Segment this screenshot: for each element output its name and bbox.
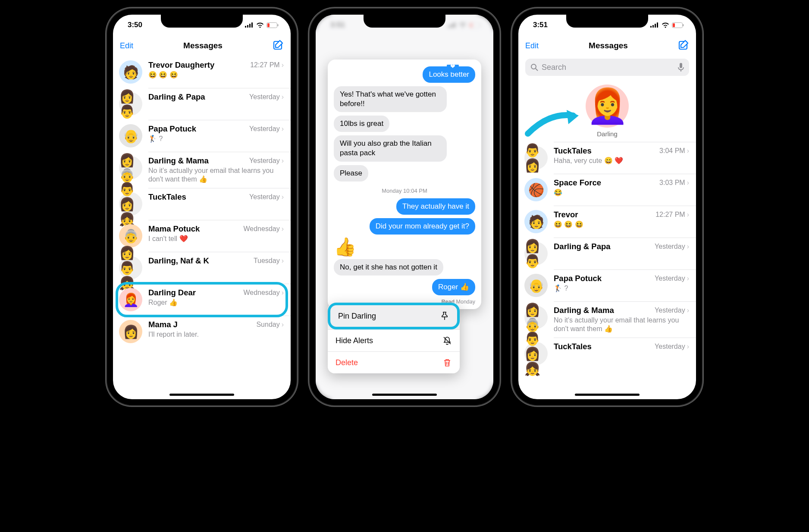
svg-rect-15 xyxy=(650,26,652,28)
home-indicator[interactable] xyxy=(575,394,640,396)
contact-name: TuckTales xyxy=(554,342,592,351)
conversation-row[interactable]: 🏀 Space Force3:03 PM›😂 xyxy=(518,174,696,206)
row-time: Yesterday› xyxy=(249,125,284,133)
message-preview: 😂 xyxy=(554,188,689,197)
avatar: 👩👨 xyxy=(524,242,548,265)
row-time: Yesterday› xyxy=(655,243,689,250)
message-preview: 🏌️ ? xyxy=(148,135,284,143)
avatar: 👩👵 xyxy=(119,156,142,179)
contact-name: Darling & Papa xyxy=(148,92,205,102)
received-bubble: Yes! That's what we've gotten before!! xyxy=(334,86,447,112)
avatar: 👩👵 xyxy=(524,306,548,329)
row-time: Yesterday› xyxy=(249,157,284,165)
conversation-row[interactable]: 🧑 Trevor Daugherty12:27 PM› 😆 😆 😆 xyxy=(113,56,291,88)
status-time: 3:50 xyxy=(128,21,142,29)
compose-button[interactable] xyxy=(273,39,284,52)
sent-bubble: Roger 👍 xyxy=(432,279,475,295)
contact-name: Mama Potuck xyxy=(148,224,200,234)
edit-button[interactable]: Edit xyxy=(120,41,133,50)
row-time: Yesterday› xyxy=(655,307,689,314)
bell-slash-icon xyxy=(442,336,452,345)
row-time: Yesterday› xyxy=(655,343,689,350)
row-time: Tuesday› xyxy=(254,257,284,265)
contact-name: Papa Potuck xyxy=(554,274,602,283)
row-time: Wednesday› xyxy=(243,225,284,233)
home-indicator[interactable] xyxy=(372,394,437,396)
conversation-row[interactable]: 👨👩👧 TuckTalesYesterday› xyxy=(113,188,291,220)
notch xyxy=(566,15,648,28)
menu-label: Delete xyxy=(336,358,358,367)
message-preview: No it's actually your email that learns … xyxy=(554,316,689,333)
chevron-right-icon: › xyxy=(282,61,284,69)
conversation-preview[interactable]: Looks better ❤ Yes! That's what we've go… xyxy=(328,59,481,309)
status-time: 3:51 xyxy=(533,21,548,29)
status-icons xyxy=(245,22,279,28)
contact-name: Darling & Papa xyxy=(554,242,611,251)
svg-rect-2 xyxy=(249,24,251,28)
battery-low-icon xyxy=(672,22,684,28)
delete-conversation-button[interactable]: Delete xyxy=(328,351,460,373)
phone-center: 3:51 Looks better ❤ Yes! That's what we'… xyxy=(310,9,499,405)
sent-bubble: Did your mom already get it? xyxy=(370,218,475,235)
message-preview: Roger 👍 xyxy=(148,298,284,307)
conversation-row[interactable]: 👨👩👧 TuckTalesYesterday› xyxy=(518,338,696,369)
avatar: 🧑 xyxy=(119,60,142,84)
conversations-list[interactable]: 👨👩 TuckTales3:04 PM›Haha, very cute 😄 ❤️… xyxy=(518,142,696,369)
contact-name: Darling, Naf & K xyxy=(148,256,209,266)
trash-icon xyxy=(442,358,452,367)
received-bubble: 10lbs is great xyxy=(334,116,389,132)
contact-name: Darling & Mama xyxy=(148,156,209,166)
svg-rect-6 xyxy=(278,24,279,26)
pin-conversation-button[interactable]: Pin Darling xyxy=(328,303,460,329)
contact-name: Space Force xyxy=(554,178,601,188)
conversation-row[interactable]: 👩👨 Darling & PapaYesterday› xyxy=(113,88,291,120)
contact-name: TuckTales xyxy=(148,192,186,202)
compose-button[interactable] xyxy=(678,39,689,52)
conversation-row[interactable]: 👨👩 TuckTales3:04 PM›Haha, very cute 😄 ❤️ xyxy=(518,142,696,174)
notch xyxy=(364,15,445,28)
conversation-row[interactable]: 👴 Papa PotuckYesterday›🏌️ ? xyxy=(518,269,696,301)
search-input[interactable]: Search xyxy=(525,59,689,76)
sent-bubble: They actually have it xyxy=(396,198,475,215)
contact-name: Darling Dear xyxy=(148,288,196,297)
conversation-row[interactable]: 👩‍🦰 Darling DearWednesday› Roger 👍 xyxy=(113,284,291,316)
received-bubble: Please xyxy=(334,165,368,182)
hide-alerts-button[interactable]: Hide Alerts xyxy=(328,329,460,351)
edit-button[interactable]: Edit xyxy=(525,41,539,50)
pinned-avatar[interactable]: 👩‍🦰 xyxy=(586,84,629,128)
received-bubble: No, get it she has not gotten it xyxy=(334,259,443,275)
conversations-list[interactable]: 🧑 Trevor Daugherty12:27 PM› 😆 😆 😆 👩👨 Dar… xyxy=(113,56,291,347)
page-title: Messages xyxy=(183,41,223,50)
avatar: 👩👨 xyxy=(119,92,142,116)
row-time: 12:27 PM› xyxy=(655,211,689,219)
received-bubble: Will you also grab the Italian pasta pac… xyxy=(334,135,447,161)
signal-icon xyxy=(650,22,659,28)
conversation-row[interactable]: 👩👨👧 Darling, Naf & KTuesday› xyxy=(113,252,291,284)
row-time: 12:27 PM› xyxy=(250,61,284,69)
avatar: 👨👩 xyxy=(524,146,548,169)
conversation-row[interactable]: 🧑 Trevor12:27 PM›😆 😆 😆 xyxy=(518,206,696,238)
pinned-label: Darling xyxy=(597,130,618,138)
row-time: Sunday› xyxy=(256,321,284,329)
contact-name: Mama J xyxy=(148,320,178,329)
svg-rect-3 xyxy=(251,22,253,28)
avatar: 👴 xyxy=(524,274,548,297)
page-title: Messages xyxy=(589,41,628,50)
phone-right: 3:51 Edit Messages Search 👩‍🦰 xyxy=(512,9,702,405)
signal-icon xyxy=(245,22,254,28)
search-icon xyxy=(530,63,538,71)
conversation-row[interactable]: 👩 Mama JSunday› I'll report in later. xyxy=(113,316,291,347)
message-preview: Haha, very cute 😄 ❤️ xyxy=(554,156,689,165)
avatar: 👩‍🦰 xyxy=(119,288,142,311)
avatar: 👨👩👧 xyxy=(119,192,142,216)
tutorial-arrow-icon xyxy=(524,108,584,138)
message-preview: 😆 😆 😆 xyxy=(148,71,284,79)
conversation-row[interactable]: 👩👨 Darling & PapaYesterday› xyxy=(518,238,696,269)
nav-bar: Edit Messages xyxy=(113,35,291,56)
message-preview: I can't tell ❤️ xyxy=(148,235,284,243)
conversation-row[interactable]: 👴 Papa PotuckYesterday› 🏌️ ? xyxy=(113,120,291,152)
microphone-icon[interactable] xyxy=(678,63,684,72)
home-indicator[interactable] xyxy=(169,394,234,396)
menu-label: Pin Darling xyxy=(338,312,376,321)
contact-name: Trevor Daugherty xyxy=(148,60,214,70)
